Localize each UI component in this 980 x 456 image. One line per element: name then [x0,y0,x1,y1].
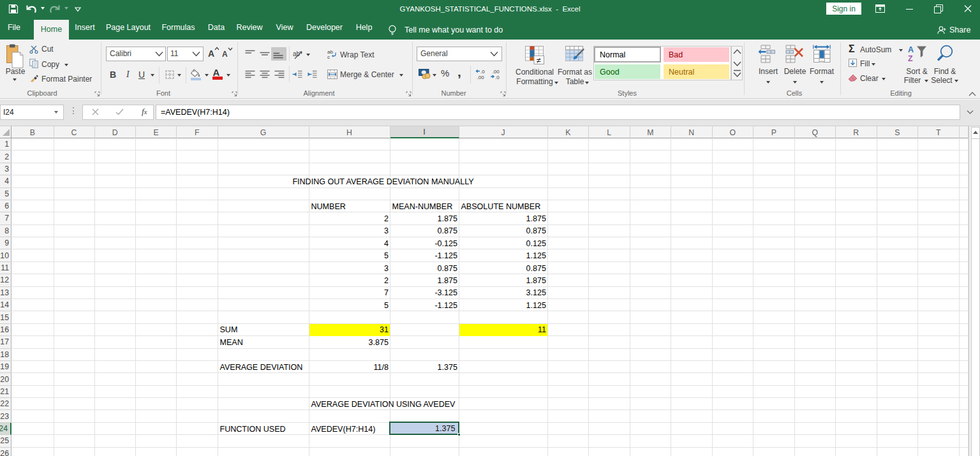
svg-text:Z: Z [908,54,913,62]
svg-text:A: A [908,45,914,54]
svg-text:≠: ≠ [537,55,541,64]
svg-text:.0: .0 [495,75,500,80]
svg-text:.00: .00 [477,75,485,80]
svg-text:c: c [327,54,330,59]
